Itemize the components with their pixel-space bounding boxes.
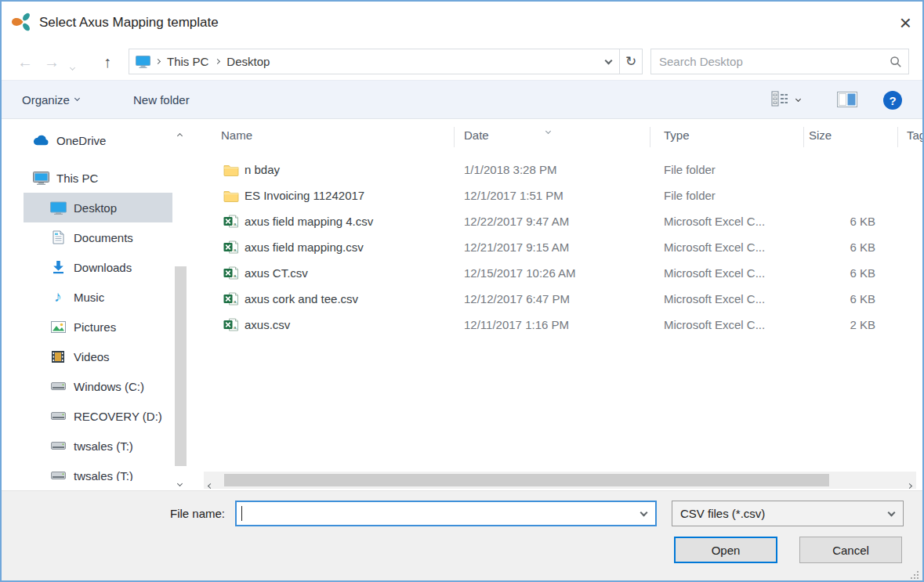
- sidebar-item-desktop[interactable]: Desktop: [24, 193, 172, 222]
- breadcrumb-desktop[interactable]: Desktop: [225, 55, 271, 68]
- search-icon[interactable]: [883, 56, 908, 68]
- file-dialog-window: Select Axus Mapping template × ← → ↑ Thi…: [0, 0, 924, 582]
- sidebar-item-this-pc[interactable]: This PC: [24, 163, 172, 193]
- sort-indicator-icon: [546, 122, 550, 136]
- forward-button[interactable]: →: [44, 50, 60, 74]
- open-button[interactable]: Open: [674, 537, 777, 563]
- close-icon[interactable]: ×: [900, 9, 911, 36]
- file-name-combobox: [235, 501, 657, 526]
- search-input[interactable]: [651, 54, 883, 69]
- svg-text:a,: a,: [234, 299, 237, 304]
- new-folder-button[interactable]: New folder: [133, 81, 190, 118]
- file-name-input[interactable]: [237, 502, 632, 525]
- breadcrumb-this-pc[interactable]: This PC: [165, 55, 210, 68]
- sidebar-item-onedrive[interactable]: OneDrive: [24, 125, 172, 155]
- navigation-bar: ← → ↑ This PC Desktop ↻: [2, 44, 922, 80]
- cancel-button[interactable]: Cancel: [799, 537, 902, 563]
- file-list: Name Date Type Size Tag n bday 1/1/2018 …: [197, 119, 922, 493]
- file-row-axus-ct-csv[interactable]: a, axus CT.csv 12/15/2017 10:26 AM Micro…: [197, 260, 922, 286]
- sidebar-item-recovery-d[interactable]: RECOVERY (D:): [24, 401, 172, 431]
- file-name-chevron-icon[interactable]: [632, 512, 655, 515]
- search-box: [650, 49, 909, 74]
- sidebar-item-videos[interactable]: Videos: [24, 342, 172, 371]
- help-icon[interactable]: ?: [882, 90, 903, 114]
- column-header-type[interactable]: Type: [664, 128, 690, 142]
- file-type-value: CSV files (*.csv): [672, 507, 879, 520]
- title-bar: Select Axus Mapping template ×: [2, 2, 922, 44]
- scroll-right-icon[interactable]: [908, 477, 911, 491]
- file-rows: n bday 1/1/2018 3:28 PM File folder ES I…: [197, 157, 922, 338]
- drive-icon: [49, 442, 67, 450]
- sidebar-item-music[interactable]: ♪ Music: [24, 282, 172, 312]
- drive-icon: [49, 382, 67, 391]
- file-row-axus-field-mapping-csv[interactable]: a, axus field mapping.csv 12/21/2017 9:1…: [197, 234, 922, 260]
- back-button[interactable]: ←: [17, 50, 33, 74]
- svg-text:a,: a,: [234, 325, 237, 330]
- horizontal-scrollbar-thumb[interactable]: [224, 474, 829, 486]
- app-logo-icon: [9, 10, 33, 34]
- scroll-up-icon[interactable]: [178, 127, 182, 141]
- refresh-icon[interactable]: ↻: [620, 49, 642, 74]
- file-row-n-bday[interactable]: n bday 1/1/2018 3:28 PM File folder: [197, 157, 922, 183]
- column-header-date[interactable]: Date: [464, 128, 489, 142]
- sidebar-scrollbar[interactable]: [172, 125, 190, 487]
- preview-pane-icon[interactable]: [837, 92, 857, 110]
- column-header-size[interactable]: Size: [809, 128, 832, 142]
- excel-csv-icon: a,: [223, 292, 239, 305]
- file-row-axus-field-mapping-4-csv[interactable]: a, axus field mapping 4.csv 12/22/2017 9…: [197, 208, 922, 234]
- scroll-left-icon[interactable]: [208, 477, 212, 491]
- sidebar-item-twsales-t[interactable]: twsales (T:): [24, 461, 172, 481]
- svg-text:a,: a,: [234, 222, 237, 226]
- resize-grip[interactable]: [910, 569, 919, 578]
- address-dropdown-chevron-icon[interactable]: [597, 49, 619, 74]
- desktop-location-icon: [136, 56, 150, 68]
- drive-icon: [49, 412, 67, 421]
- file-type-chevron-icon: [879, 512, 903, 515]
- text-caret: [241, 506, 242, 521]
- up-button[interactable]: ↑: [103, 50, 111, 74]
- excel-csv-icon: a,: [223, 266, 239, 280]
- sidebar-item-documents[interactable]: Documents: [24, 222, 172, 252]
- list-view-icon: [771, 91, 790, 110]
- svg-text:a,: a,: [234, 273, 237, 278]
- views-chevron-icon: [795, 96, 801, 102]
- column-header-tag[interactable]: Tag: [907, 128, 922, 142]
- command-bar: Organize New folder: [2, 80, 922, 119]
- excel-csv-icon: a,: [223, 318, 239, 331]
- file-name-label: File name:: [150, 501, 225, 526]
- recent-locations-chevron-icon[interactable]: [71, 59, 74, 73]
- sidebar-item-downloads[interactable]: Downloads: [24, 252, 172, 282]
- sidebar-item-twsales-t[interactable]: twsales (T:): [24, 431, 172, 461]
- sidebar-item-pictures[interactable]: Pictures: [24, 312, 172, 342]
- horizontal-scrollbar[interactable]: [204, 472, 916, 489]
- music-icon: ♪: [49, 290, 67, 304]
- desktop-icon: [49, 201, 67, 215]
- svg-text:a,: a,: [234, 248, 237, 252]
- change-view-button[interactable]: [771, 91, 800, 110]
- dialog-footer: File name: CSV files (*.csv) Open Cancel: [2, 490, 922, 580]
- file-row-es-invoicing-11242017[interactable]: ES Invoicing 11242017 12/1/2017 1:51 PM …: [197, 183, 922, 208]
- folder-icon: [223, 164, 239, 176]
- sidebar-item-windows-c[interactable]: Windows (C:): [24, 371, 172, 401]
- sidebar-scrollbar-thumb[interactable]: [175, 266, 187, 466]
- main-area: OneDrive This PC Desktop Documents Downl…: [2, 119, 922, 493]
- file-row-axus-cork-and-tee-csv[interactable]: a, axus cork and tee.csv 12/12/2017 6:47…: [197, 286, 922, 312]
- scroll-down-icon[interactable]: [178, 475, 182, 489]
- dialog-title: Select Axus Mapping template: [39, 2, 219, 44]
- file-row-axus-csv[interactable]: a, axus.csv 12/11/2017 1:16 PM Microsoft…: [197, 312, 922, 338]
- documents-icon: [49, 230, 67, 244]
- pictures-icon: [49, 321, 67, 333]
- svg-text:?: ?: [889, 94, 896, 107]
- onedrive-icon: [31, 135, 50, 146]
- organize-button[interactable]: Organize: [22, 81, 79, 118]
- column-header-name[interactable]: Name: [221, 128, 252, 142]
- file-type-select[interactable]: CSV files (*.csv): [672, 501, 904, 526]
- address-bar[interactable]: This PC Desktop ↻: [129, 49, 643, 74]
- excel-csv-icon: a,: [223, 240, 239, 254]
- computer-icon: [31, 172, 50, 185]
- column-headers: Name Date Type Size Tag: [197, 124, 922, 150]
- organize-chevron-icon: [74, 96, 80, 101]
- excel-csv-icon: a,: [223, 215, 239, 228]
- folder-icon: [223, 190, 239, 202]
- breadcrumb-separator-icon: [156, 60, 160, 63]
